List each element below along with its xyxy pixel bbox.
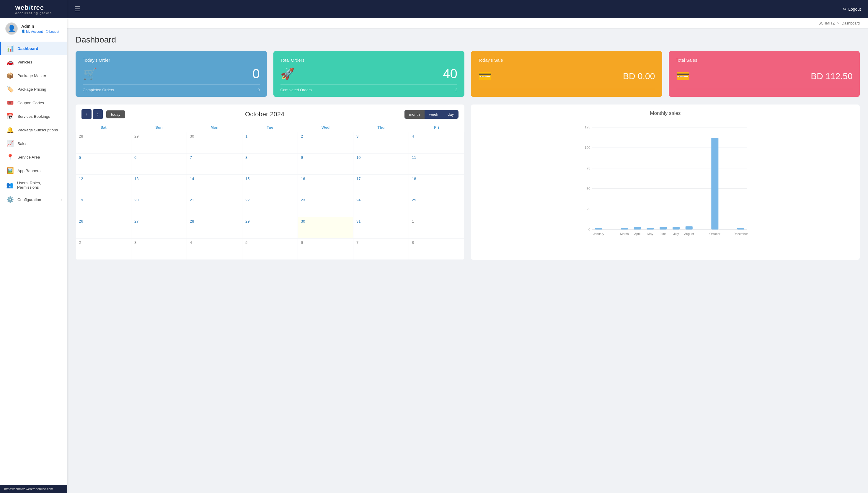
- chevron-left-icon: ‹: [61, 197, 62, 201]
- configuration-icon: ⚙️: [6, 196, 14, 203]
- cal-cell[interactable]: 29: [131, 132, 187, 153]
- cal-cell[interactable]: 1: [242, 132, 298, 153]
- cal-cell[interactable]: 7: [187, 153, 242, 175]
- cal-cell[interactable]: 4: [187, 238, 242, 260]
- calendar-prev-button[interactable]: ‹: [82, 109, 91, 119]
- sidebar-item-configuration[interactable]: ⚙️ Configuration ‹: [0, 193, 67, 206]
- cal-cell[interactable]: 2: [298, 132, 353, 153]
- cal-cell[interactable]: 6: [298, 238, 353, 260]
- sidebar-item-coupon-codes[interactable]: 🎟️ Coupon Codes: [0, 96, 67, 109]
- cal-cell[interactable]: 23: [298, 196, 353, 217]
- stat-title-2: Today's Sale: [478, 58, 655, 63]
- calendar-view-day[interactable]: day: [443, 110, 458, 119]
- calendar-view-buttons: month week day: [405, 110, 458, 119]
- cal-cell[interactable]: 9: [298, 153, 353, 175]
- cal-cell[interactable]: 12: [76, 175, 131, 196]
- package-master-icon: 📦: [6, 72, 14, 79]
- cal-cell[interactable]: 15: [242, 175, 298, 196]
- sidebar-item-package-subscriptions[interactable]: 🔔 Package Subscriptions: [0, 123, 67, 137]
- stat-footer-label-0: Completed Orders: [83, 88, 114, 92]
- service-area-icon: 📍: [6, 153, 14, 160]
- calendar-today-button[interactable]: today: [106, 110, 125, 119]
- cal-cell[interactable]: 29: [242, 217, 298, 238]
- cal-cell[interactable]: 20: [131, 196, 187, 217]
- cal-cell[interactable]: 11: [409, 153, 464, 175]
- cal-cell[interactable]: 27: [131, 217, 187, 238]
- cal-cell[interactable]: 3: [131, 238, 187, 260]
- calendar-view-week[interactable]: week: [425, 110, 443, 119]
- cal-cell[interactable]: 5: [76, 153, 131, 175]
- cal-cell[interactable]: 6: [131, 153, 187, 175]
- svg-rect-28: [737, 228, 744, 230]
- cal-cell[interactable]: 14: [187, 175, 242, 196]
- cal-cell[interactable]: 2: [76, 238, 131, 260]
- cal-cell[interactable]: 31: [353, 217, 409, 238]
- cal-cell[interactable]: 28: [187, 217, 242, 238]
- sidebar-logout-link[interactable]: ⬡ Logout: [46, 29, 59, 34]
- cal-cell[interactable]: 8: [409, 238, 464, 260]
- cal-cell[interactable]: 3: [353, 132, 409, 153]
- svg-rect-16: [634, 227, 641, 229]
- svg-rect-18: [647, 228, 654, 230]
- cal-cell[interactable]: 25: [409, 196, 464, 217]
- sidebar-item-sales[interactable]: 📈 Sales: [0, 137, 67, 150]
- cal-header-thu: Thu: [353, 123, 409, 132]
- cal-cell[interactable]: 30: [298, 217, 353, 238]
- svg-text:June: June: [660, 232, 667, 236]
- sidebar-nav: 📊 Dashboard 🚗 Vehicles 📦 Package Master …: [0, 39, 67, 485]
- calendar-grid: Sat Sun Mon Tue Wed Thu Fri 282930123456…: [75, 123, 464, 260]
- vehicles-icon: 🚗: [6, 59, 14, 66]
- cal-cell[interactable]: 5: [242, 238, 298, 260]
- cal-cell[interactable]: 13: [131, 175, 187, 196]
- my-account-link[interactable]: 👤 My Account: [21, 29, 43, 34]
- sidebar-logo: web/tree accelerating growth: [0, 0, 67, 18]
- sidebar-item-dashboard[interactable]: 📊 Dashboard: [0, 42, 67, 55]
- svg-text:0: 0: [588, 228, 590, 232]
- svg-text:50: 50: [587, 187, 590, 190]
- cal-cell[interactable]: 24: [353, 196, 409, 217]
- cal-header-tue: Tue: [242, 123, 298, 132]
- cal-cell[interactable]: 7: [353, 238, 409, 260]
- sidebar-item-services-bookings[interactable]: 📅 Services Bookings: [0, 109, 67, 123]
- cal-cell[interactable]: 21: [187, 196, 242, 217]
- cal-cell[interactable]: 8: [242, 153, 298, 175]
- cal-cell[interactable]: 16: [298, 175, 353, 196]
- svg-text:100: 100: [585, 146, 590, 150]
- topbar: ☰ ↪ Logout: [67, 0, 868, 18]
- sidebar-item-users-roles[interactable]: 👥 Users, Roles, Permissions: [0, 177, 67, 193]
- calendar-next-button[interactable]: ›: [93, 109, 103, 119]
- stat-value-3: BD 112.50: [811, 71, 853, 81]
- cal-cell[interactable]: 30: [187, 132, 242, 153]
- user-info: Admin 👤 My Account ⬡ Logout: [21, 24, 59, 34]
- chart-card: Monthly sales 0255075100125JanuaryMarchA…: [471, 105, 860, 260]
- sidebar-item-service-area[interactable]: 📍 Service Area: [0, 150, 67, 164]
- cal-cell[interactable]: 17: [353, 175, 409, 196]
- logout-button[interactable]: ↪ Logout: [843, 7, 861, 12]
- cal-cell[interactable]: 26: [76, 217, 131, 238]
- svg-text:October: October: [710, 232, 721, 236]
- svg-text:125: 125: [585, 126, 590, 129]
- stat-title-1: Total Orders: [281, 58, 458, 63]
- calendar-view-month[interactable]: month: [405, 110, 425, 119]
- page-content: Dashboard Today's Order 🛒 0 Completed Or…: [67, 29, 868, 266]
- calendar-header: ‹ › today October 2024 month week day: [75, 105, 464, 123]
- cal-cell[interactable]: 22: [242, 196, 298, 217]
- cal-cell[interactable]: 1: [409, 217, 464, 238]
- sidebar-item-app-banners[interactable]: 🖼️ App Banners: [0, 164, 67, 177]
- sidebar-item-package-pricing[interactable]: 🏷️ Package Pricing: [0, 82, 67, 96]
- cal-cell[interactable]: 28: [76, 132, 131, 153]
- hamburger-icon[interactable]: ☰: [74, 5, 80, 13]
- cal-cell[interactable]: 10: [353, 153, 409, 175]
- app-banners-icon: 🖼️: [6, 167, 14, 174]
- bottom-row: ‹ › today October 2024 month week day: [75, 105, 860, 260]
- cal-cell[interactable]: 4: [409, 132, 464, 153]
- cal-cell[interactable]: 19: [76, 196, 131, 217]
- cal-cell[interactable]: 18: [409, 175, 464, 196]
- stat-icon-0: 🛒: [83, 67, 96, 80]
- stats-row: Today's Order 🛒 0 Completed Orders 0 Tot…: [75, 51, 860, 97]
- stat-card-todays-sale: Today's Sale 💳 BD 0.00: [471, 51, 662, 97]
- sidebar-item-vehicles[interactable]: 🚗 Vehicles: [0, 55, 67, 69]
- breadcrumb-current: Dashboard: [842, 21, 860, 25]
- sidebar-item-package-master[interactable]: 📦 Package Master: [0, 69, 67, 82]
- cal-header-fri: Fri: [409, 123, 464, 132]
